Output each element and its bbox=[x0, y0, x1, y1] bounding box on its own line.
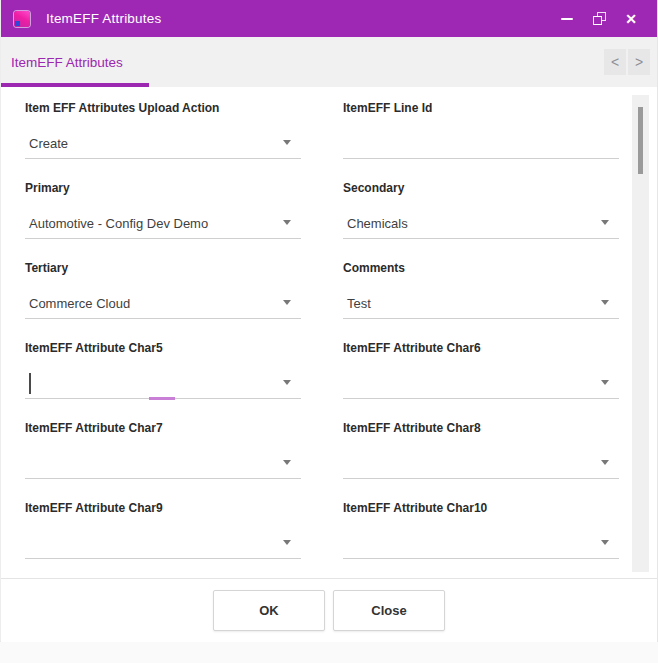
app-icon bbox=[14, 11, 30, 27]
form-field: SecondaryChemicals bbox=[343, 181, 619, 252]
form-field: ItemEFF Attribute Char7 bbox=[25, 421, 301, 492]
dropdown-arrow-icon[interactable] bbox=[601, 460, 609, 465]
text-caret bbox=[29, 373, 31, 394]
tab-itemeff-attributes[interactable]: ItemEFF Attributes bbox=[11, 55, 123, 70]
field-value: Commerce Cloud bbox=[25, 296, 130, 311]
field-label: ItemEFF Attribute Char8 bbox=[343, 421, 619, 435]
form-field: CommentsTest bbox=[343, 261, 619, 332]
form-field: ItemEFF Attribute Char5 bbox=[25, 341, 301, 412]
dropdown-field[interactable] bbox=[343, 528, 619, 559]
field-label: Tertiary bbox=[25, 261, 301, 275]
tab-bar: ItemEFF Attributes < > bbox=[1, 37, 657, 87]
tab-prev-button[interactable]: < bbox=[604, 49, 626, 75]
field-label: Item EFF Attributes Upload Action bbox=[25, 101, 301, 115]
field-label: Comments bbox=[343, 261, 619, 275]
app-icon-blue-square bbox=[15, 21, 20, 26]
field-label: ItemEFF Line Id bbox=[343, 101, 619, 115]
dropdown-arrow-icon[interactable] bbox=[283, 540, 291, 545]
dropdown-arrow-icon[interactable] bbox=[601, 220, 609, 225]
field-label: ItemEFF Attribute Char6 bbox=[343, 341, 619, 355]
form-field: ItemEFF Attribute Char6 bbox=[343, 341, 619, 412]
window-controls: ✕ bbox=[551, 0, 647, 37]
dropdown-field[interactable] bbox=[343, 368, 619, 399]
form-field: TertiaryCommerce Cloud bbox=[25, 261, 301, 332]
form-field: Item EFF Attributes Upload ActionCreate bbox=[25, 101, 301, 172]
tab-next-button[interactable]: > bbox=[628, 49, 650, 75]
dropdown-field[interactable]: Test bbox=[343, 288, 619, 319]
close-icon: ✕ bbox=[625, 12, 637, 26]
text-field[interactable] bbox=[343, 128, 619, 159]
chevron-left-icon: < bbox=[611, 54, 619, 70]
form-grid: Item EFF Attributes Upload ActionCreateI… bbox=[1, 87, 657, 572]
minimize-button[interactable] bbox=[551, 0, 583, 37]
title-bar[interactable]: ItemEFF Attributes ✕ bbox=[1, 0, 657, 37]
focus-underline bbox=[149, 397, 175, 400]
scrollbar-thumb[interactable] bbox=[638, 107, 643, 174]
dropdown-arrow-icon[interactable] bbox=[283, 380, 291, 385]
field-label: ItemEFF Attribute Char9 bbox=[25, 501, 301, 515]
form-field: PrimaryAutomotive - Config Dev Demo bbox=[25, 181, 301, 252]
dropdown-field[interactable]: Automotive - Config Dev Demo bbox=[25, 208, 301, 239]
tab-nav: < > bbox=[604, 49, 650, 75]
field-value: Chemicals bbox=[343, 216, 408, 231]
field-label: ItemEFF Attribute Char7 bbox=[25, 421, 301, 435]
window-title: ItemEFF Attributes bbox=[46, 11, 161, 26]
dropdown-field[interactable]: Commerce Cloud bbox=[25, 288, 301, 319]
field-label: Primary bbox=[25, 181, 301, 195]
field-value: Automotive - Config Dev Demo bbox=[25, 216, 208, 231]
dropdown-arrow-icon[interactable] bbox=[601, 540, 609, 545]
field-label: ItemEFF Attribute Char10 bbox=[343, 501, 619, 515]
dropdown-field[interactable] bbox=[25, 368, 301, 399]
dropdown-arrow-icon[interactable] bbox=[283, 300, 291, 305]
close-dialog-button[interactable]: Close bbox=[333, 590, 445, 631]
form-field: ItemEFF Attribute Char10 bbox=[343, 501, 619, 572]
form-content: Item EFF Attributes Upload ActionCreateI… bbox=[1, 87, 657, 578]
field-value: Create bbox=[25, 136, 68, 151]
dialog-footer: OK Close bbox=[1, 578, 657, 642]
dropdown-arrow-icon[interactable] bbox=[283, 140, 291, 145]
field-label: Secondary bbox=[343, 181, 619, 195]
dropdown-field[interactable]: Chemicals bbox=[343, 208, 619, 239]
restore-icon bbox=[593, 12, 606, 25]
minimize-icon bbox=[561, 18, 573, 20]
itemeff-attributes-dialog: ItemEFF Attributes ✕ ItemEFF Attributes … bbox=[0, 0, 658, 642]
form-field: ItemEFF Attribute Char9 bbox=[25, 501, 301, 572]
dropdown-arrow-icon[interactable] bbox=[283, 460, 291, 465]
ok-button[interactable]: OK bbox=[213, 590, 325, 631]
dropdown-field[interactable]: Create bbox=[25, 128, 301, 159]
field-value: Test bbox=[343, 296, 371, 311]
vertical-scrollbar[interactable] bbox=[632, 95, 649, 572]
maximize-button[interactable] bbox=[583, 0, 615, 37]
dropdown-arrow-icon[interactable] bbox=[601, 300, 609, 305]
dropdown-field[interactable] bbox=[25, 448, 301, 479]
form-field: ItemEFF Attribute Char8 bbox=[343, 421, 619, 492]
chevron-right-icon: > bbox=[635, 54, 643, 70]
field-label: ItemEFF Attribute Char5 bbox=[25, 341, 301, 355]
dropdown-field[interactable] bbox=[343, 448, 619, 479]
dropdown-arrow-icon[interactable] bbox=[601, 380, 609, 385]
form-field: ItemEFF Line Id bbox=[343, 101, 619, 172]
close-button[interactable]: ✕ bbox=[615, 0, 647, 37]
dropdown-field[interactable] bbox=[25, 528, 301, 559]
dropdown-arrow-icon[interactable] bbox=[283, 220, 291, 225]
